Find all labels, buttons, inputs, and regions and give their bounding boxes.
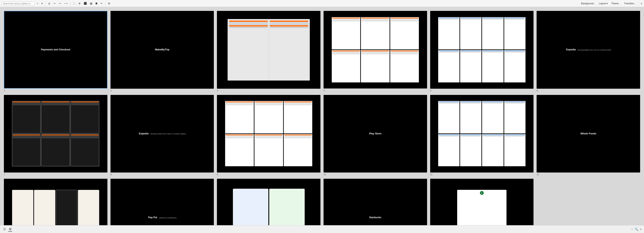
mg-cell-9-3 xyxy=(225,134,254,166)
crop-button[interactable]: ⬛ xyxy=(83,1,88,6)
divider-2 xyxy=(70,2,70,6)
slide-12[interactable]: Whole Foods12 xyxy=(536,95,640,176)
grid-view-button[interactable]: ⊞ xyxy=(8,227,12,232)
slide-thumb-2[interactable]: MakeMyTrip xyxy=(110,11,214,89)
zoom-out-button[interactable]: − xyxy=(631,227,633,231)
slide-thumb-4[interactable] xyxy=(324,11,427,89)
mg4-cell-11-5 xyxy=(460,134,482,166)
slide-number-9: 9 xyxy=(217,173,218,176)
slide-number-2: 2 xyxy=(110,89,112,92)
layout-button[interactable]: Layout ▾ xyxy=(598,2,609,6)
multi-grid4-5 xyxy=(438,17,525,83)
toolbar: + ▾ 🖨 ↩ ↪ ⟶ ⬚ ⊕ ⬛ ▦ ⬟ ✏ ⊞ Background... … xyxy=(0,0,644,7)
slide-thumb-12[interactable]: Whole Foods xyxy=(536,95,640,173)
mg-cell-7-5 xyxy=(70,134,99,166)
bottom-bar: ☰ ⊞ − 🔍 + xyxy=(0,225,644,233)
slide-thumb-5[interactable] xyxy=(430,11,534,89)
slide-16[interactable]: Starbucks16 xyxy=(324,179,427,225)
list-view-button[interactable]: ☰ xyxy=(2,227,6,232)
slide-9[interactable]: 9 xyxy=(217,95,320,176)
slide-5[interactable]: 5 xyxy=(430,11,534,92)
theme-button[interactable]: Theme... xyxy=(610,2,622,6)
print-button[interactable]: 🖨 xyxy=(47,1,52,6)
slide-number-7: 7 xyxy=(4,173,5,176)
insert-button[interactable]: ⊞ xyxy=(107,1,111,6)
slide-10[interactable]: Play Store10 xyxy=(324,95,427,176)
mg4-cell-5-5 xyxy=(460,50,482,83)
slide-thumb-3[interactable] xyxy=(217,11,320,89)
slide-14[interactable]: Pay PalMethod of Certification14 xyxy=(110,179,214,225)
slide-thumb-14[interactable]: Pay PalMethod of Certification xyxy=(110,179,214,225)
slide-title-text-6: Expedia xyxy=(565,47,577,53)
phone-13-0 xyxy=(12,190,34,225)
mg-cell-4-3 xyxy=(332,50,360,83)
forward-button[interactable]: ⟶ xyxy=(63,1,69,6)
zoom-fit-button[interactable]: ⊕ xyxy=(78,1,82,6)
dropdown-button[interactable]: ▾ xyxy=(40,1,44,6)
slide-number-3: 3 xyxy=(217,89,218,92)
slide-thumb-15[interactable] xyxy=(217,179,320,225)
mg-cell-9-5 xyxy=(284,134,312,166)
mg4-cell-5-0 xyxy=(438,17,460,50)
mg-cell-4-4 xyxy=(361,50,390,83)
slide-thumb-17[interactable]: ★ xyxy=(430,179,534,225)
slide-thumb-11[interactable] xyxy=(430,95,534,173)
divider-4 xyxy=(639,2,639,6)
background-button[interactable]: Background... xyxy=(580,2,596,6)
slide-thumb-1[interactable]: Payments and Checkout xyxy=(4,11,108,89)
mg-cell-7-3 xyxy=(12,134,41,166)
slide-number-12: 12 xyxy=(536,173,539,176)
divider-3 xyxy=(105,2,106,6)
slide-number-1: 1 xyxy=(4,89,5,92)
undo-button[interactable]: ↩ xyxy=(53,1,57,6)
slide-6[interactable]: ExpediaBooking flights from USA on Andro… xyxy=(536,11,640,92)
ss-panel-3-0 xyxy=(228,20,268,80)
slide-thumb-6[interactable]: ExpediaBooking flights from USA on Andro… xyxy=(536,11,640,89)
phone-row-13 xyxy=(12,187,99,225)
zoom-in-button[interactable]: + xyxy=(640,227,642,231)
mg4-cell-11-6 xyxy=(482,134,504,166)
slide-title-text-16: Starbucks xyxy=(368,215,382,220)
mg-cell-7-2 xyxy=(70,101,99,133)
redo-button[interactable]: ↪ xyxy=(58,1,62,6)
slide-15[interactable]: 15 xyxy=(217,179,320,225)
slide-17[interactable]: ★17 xyxy=(430,179,534,225)
slide-8[interactable]: ExpediaBooking Hotels from India on Andr… xyxy=(110,95,214,176)
slides-grid: Payments and Checkout1MakeMyTrip2345Expe… xyxy=(4,11,640,225)
mg4-cell-11-2 xyxy=(482,101,504,133)
slide-1[interactable]: Payments and Checkout1 xyxy=(4,11,108,92)
slide-4[interactable]: 4 xyxy=(324,11,427,92)
slide-thumb-13[interactable] xyxy=(4,179,108,225)
zoom-search-button[interactable]: 🔍 xyxy=(634,227,638,231)
search-input[interactable] xyxy=(2,2,34,5)
collapse-button[interactable]: ∨ xyxy=(640,2,642,5)
slide-13[interactable]: 13 xyxy=(4,179,108,225)
slide-title-text-14: Pay Pal xyxy=(147,215,158,220)
mg4-cell-11-1 xyxy=(460,101,482,133)
mg4-cell-11-7 xyxy=(504,134,526,166)
transition-button[interactable]: Transition... xyxy=(623,2,637,6)
slide-thumb-8[interactable]: ExpediaBooking Hotels from India on Andr… xyxy=(110,95,214,173)
slide-thumb-7[interactable] xyxy=(4,95,108,172)
slide-thumb-10[interactable]: Play Store xyxy=(324,95,427,172)
slide-thumb-9[interactable] xyxy=(217,95,320,173)
multi-grid4-11 xyxy=(438,101,525,166)
slide-3[interactable]: 3 xyxy=(217,11,320,92)
select-button[interactable]: ⬚ xyxy=(72,1,76,6)
shape-button[interactable]: ⬟ xyxy=(94,1,98,6)
add-button[interactable]: + xyxy=(36,1,39,6)
slide-7[interactable]: 7 xyxy=(4,95,108,176)
paypal-phone-15-0 xyxy=(233,189,268,225)
mg-cell-4-2 xyxy=(390,17,419,50)
slide-11[interactable]: 11 xyxy=(430,95,534,176)
mg4-cell-11-3 xyxy=(504,101,526,133)
mg-cell-9-2 xyxy=(284,101,312,133)
slide-number-4: 4 xyxy=(324,89,325,92)
table-button[interactable]: ▦ xyxy=(89,1,93,6)
screenshot-3 xyxy=(228,19,310,81)
mg-cell-4-1 xyxy=(361,17,390,50)
draw-button[interactable]: ✏ xyxy=(100,1,104,6)
slide-thumb-16[interactable]: Starbucks xyxy=(324,179,427,225)
mg4-cell-11-0 xyxy=(438,101,460,133)
slide-2[interactable]: MakeMyTrip2 xyxy=(110,11,214,92)
